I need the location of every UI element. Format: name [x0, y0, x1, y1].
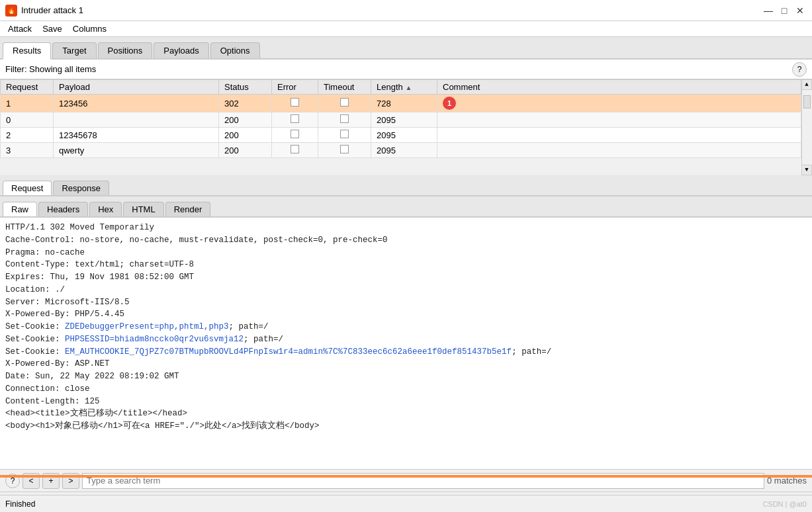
cell-timeout[interactable]: [318, 112, 371, 128]
minimize-button[interactable]: —: [762, 4, 775, 17]
response-line: Date: Sun, 22 May 2022 08:19:02 GMT: [5, 370, 807, 383]
comment-badge: 1: [443, 97, 456, 110]
menu-attack[interactable]: Attack: [4, 22, 36, 35]
error-checkbox[interactable]: [291, 130, 299, 138]
response-content[interactable]: HTTP/1.1 302 Moved TemporarilyCache-Cont…: [0, 218, 812, 470]
col-payload[interactable]: Payload: [54, 80, 219, 95]
tab-target[interactable]: Target: [52, 42, 96, 58]
window-controls: — □ ✕: [762, 4, 807, 17]
timeout-checkbox[interactable]: [340, 114, 349, 123]
menu-save[interactable]: Save: [38, 22, 66, 35]
cell-comment: [437, 143, 801, 158]
cell-timeout[interactable]: [318, 95, 371, 112]
tab-payloads[interactable]: Payloads: [154, 42, 208, 58]
cell-status: 200: [219, 128, 272, 143]
cell-request: 1: [1, 95, 54, 112]
response-line: X-Powered-By: ASP.NET: [5, 358, 807, 370]
error-checkbox[interactable]: [291, 114, 299, 123]
col-error[interactable]: Error: [272, 80, 318, 95]
tab-render[interactable]: Render: [165, 202, 211, 216]
response-line: Content-Length: 125: [5, 396, 807, 408]
tab-results[interactable]: Results: [3, 42, 51, 60]
cell-comment: 1: [437, 95, 801, 112]
response-line: <body><h1>对象已移动</h1>可在<a HREF="./">此处</a…: [5, 420, 807, 433]
tab-options[interactable]: Options: [210, 42, 260, 58]
sort-arrow-length: ▲: [405, 84, 412, 91]
req-res-tabs: Request Response: [0, 175, 812, 196]
tab-hex[interactable]: Hex: [89, 202, 122, 216]
response-line: Location: ./: [5, 284, 807, 296]
cell-payload: 12345678: [54, 128, 219, 143]
response-line: X-Powered-By: PHP/5.4.45: [5, 308, 807, 321]
error-checkbox[interactable]: [291, 98, 299, 107]
cell-comment: [437, 128, 801, 143]
window-title: Intruder attack 1: [21, 5, 83, 15]
col-timeout[interactable]: Timeout: [318, 80, 371, 95]
results-table: Request Payload Status Error Timeout Len…: [0, 79, 801, 158]
cell-error[interactable]: [272, 95, 318, 112]
cell-status: 200: [219, 112, 272, 128]
cell-status: 302: [219, 95, 272, 112]
cell-error[interactable]: [272, 128, 318, 143]
response-line: Cache-Control: no-store, no-cache, must-…: [5, 234, 807, 247]
table-row[interactable]: 3 qwerty 200 2095: [1, 143, 801, 158]
cell-error[interactable]: [272, 143, 318, 158]
cell-comment: [437, 112, 801, 128]
error-checkbox[interactable]: [291, 145, 299, 153]
search-bar: ? < + > 0 matches: [0, 470, 812, 492]
cell-length: 2095: [371, 128, 437, 143]
col-status[interactable]: Status: [219, 80, 272, 95]
table-row[interactable]: 0 200 2095: [1, 112, 801, 128]
maximize-button[interactable]: □: [778, 4, 791, 17]
col-request[interactable]: Request: [1, 80, 54, 95]
progress-bar: [0, 475, 812, 478]
response-line: Connection: close: [5, 383, 807, 396]
table-row[interactable]: 1 123456 302 728 1: [1, 95, 801, 112]
cell-timeout[interactable]: [318, 143, 371, 158]
tab-positions[interactable]: Positions: [98, 42, 153, 58]
cell-payload: 123456: [54, 95, 219, 112]
progress-bar-container: [0, 475, 812, 478]
response-line: Set-Cookie: PHPSESSID=bhiadm8nccko0qr2vu…: [5, 333, 807, 346]
cell-payload: qwerty: [54, 143, 219, 158]
timeout-checkbox[interactable]: [340, 130, 349, 138]
table-scrollbar[interactable]: ▲ ▼: [801, 79, 812, 175]
close-button[interactable]: ✕: [793, 4, 807, 17]
table-row[interactable]: 2 12345678 200 2095: [1, 128, 801, 143]
table-body: 1 123456 302 728 1 0 200 2095 2 12345678…: [1, 95, 801, 158]
menubar: Attack Save Columns: [0, 21, 812, 37]
cell-length: 2095: [371, 143, 437, 158]
timeout-checkbox[interactable]: [340, 98, 349, 107]
main-tabs: Results Target Positions Payloads Option…: [0, 37, 812, 60]
response-line: Content-Type: text/html; charset=UTF-8: [5, 259, 807, 271]
col-comment[interactable]: Comment: [437, 80, 801, 95]
scroll-down-btn[interactable]: ▼: [801, 165, 812, 175]
filter-text: Filter: Showing all items: [5, 64, 96, 74]
cell-error[interactable]: [272, 112, 318, 128]
app-icon: 🔥: [5, 5, 17, 17]
help-button[interactable]: ?: [792, 62, 807, 77]
response-lines: HTTP/1.1 302 Moved TemporarilyCache-Cont…: [5, 222, 807, 433]
status-text: Finished: [5, 499, 35, 509]
response-line: Server: Microsoft-IIS/8.5: [5, 296, 807, 309]
filter-bar: Filter: Showing all items ?: [0, 60, 812, 79]
watermark: CSDN | @at0: [762, 500, 807, 508]
tab-request[interactable]: Request: [3, 181, 52, 195]
scrollbar-thumb[interactable]: [803, 95, 811, 108]
cell-request: 3: [1, 143, 54, 158]
response-line: Set-Cookie: ZDEDebuggerPresent=php,phtml…: [5, 321, 807, 333]
col-length[interactable]: Length ▲: [371, 80, 437, 95]
response-line: Set-Cookie: EM_AUTHCOOKIE_7QjPZ7c07BTMup…: [5, 346, 807, 359]
tab-raw[interactable]: Raw: [3, 202, 37, 216]
cell-timeout[interactable]: [318, 128, 371, 143]
timeout-checkbox[interactable]: [340, 145, 349, 153]
tab-html[interactable]: HTML: [123, 202, 163, 216]
cell-payload: [54, 112, 219, 128]
menu-columns[interactable]: Columns: [69, 22, 111, 35]
titlebar: 🔥 Intruder attack 1 — □ ✕: [0, 0, 812, 21]
scroll-up-btn[interactable]: ▲: [801, 79, 812, 90]
response-line: <head><title>文档已移动</title></head>: [5, 407, 807, 420]
tab-headers[interactable]: Headers: [38, 202, 88, 216]
tab-response[interactable]: Response: [53, 181, 109, 195]
cell-request: 2: [1, 128, 54, 143]
